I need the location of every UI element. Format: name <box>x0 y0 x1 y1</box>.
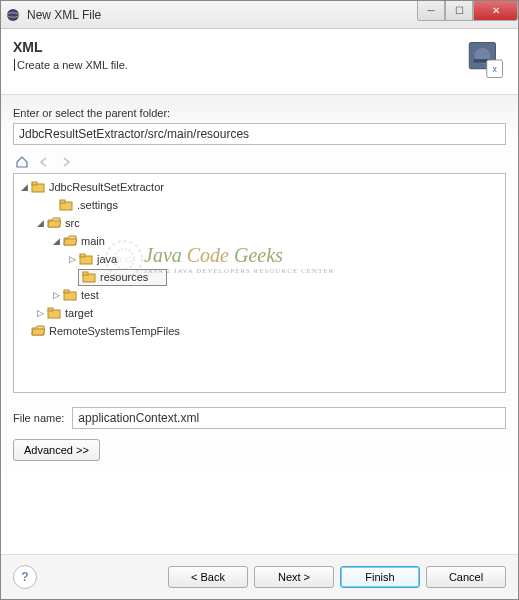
tree-label: JdbcResultSetExtractor <box>49 181 164 193</box>
svg-point-0 <box>7 9 19 21</box>
tree-node-main[interactable]: ◢ main <box>16 232 503 250</box>
back-arrow-icon[interactable] <box>35 153 53 171</box>
tree-label: java <box>97 253 117 265</box>
window-title: New XML File <box>27 8 101 22</box>
tree-label: test <box>81 289 99 301</box>
tree-label: target <box>65 307 93 319</box>
footer-buttons: < Back Next > Finish Cancel <box>168 566 506 588</box>
expand-arrow-icon[interactable]: ◢ <box>34 218 46 228</box>
tree-node-remote[interactable]: ▷ RemoteSystemsTempFiles <box>16 322 503 340</box>
svg-rect-14 <box>83 272 88 275</box>
expand-arrow-icon[interactable]: ▷ <box>34 308 46 318</box>
wizard-description: Create a new XML file. <box>14 59 464 71</box>
expand-arrow-icon[interactable]: ◢ <box>18 182 30 192</box>
next-button[interactable]: Next > <box>254 566 334 588</box>
folder-open-icon <box>30 323 46 339</box>
tree-label: src <box>65 217 80 229</box>
expand-arrow-icon[interactable]: ▷ <box>50 290 62 300</box>
svg-text:x: x <box>492 64 497 74</box>
folder-open-icon <box>46 215 62 231</box>
folder-icon <box>46 305 62 321</box>
wizard-content: Enter or select the parent folder: ◢ Jdb… <box>1 95 518 473</box>
parent-folder-label: Enter or select the parent folder: <box>13 107 506 119</box>
folder-icon <box>62 287 78 303</box>
maximize-button[interactable]: ☐ <box>445 1 473 21</box>
tree-node-target[interactable]: ▷ target <box>16 304 503 322</box>
close-button[interactable]: ✕ <box>473 1 518 21</box>
forward-arrow-icon[interactable] <box>57 153 75 171</box>
parent-folder-input[interactable] <box>13 123 506 145</box>
svg-rect-12 <box>80 254 85 257</box>
finish-button[interactable]: Finish <box>340 566 420 588</box>
wizard-title: XML <box>13 39 464 55</box>
tree-node-settings[interactable]: ▸ .settings <box>16 196 503 214</box>
tree-node-java[interactable]: ▷ java <box>16 250 503 268</box>
selected-node: resources <box>78 269 167 286</box>
help-button[interactable]: ? <box>13 565 37 589</box>
filename-row: File name: <box>13 407 506 429</box>
folder-tree[interactable]: ◢ JdbcResultSetExtractor ▸ .settings ◢ s… <box>13 173 506 393</box>
back-button[interactable]: < Back <box>168 566 248 588</box>
filename-label: File name: <box>13 412 64 424</box>
tree-label: resources <box>100 271 148 283</box>
window-controls: ─ ☐ ✕ <box>417 1 518 21</box>
tree-node-resources[interactable]: ▷ resources <box>16 268 503 286</box>
expand-arrow-icon[interactable]: ◢ <box>50 236 62 246</box>
folder-icon <box>81 269 97 285</box>
cancel-button[interactable]: Cancel <box>426 566 506 588</box>
expand-arrow-icon[interactable]: ▷ <box>66 254 78 264</box>
tree-label: main <box>81 235 105 247</box>
tree-label: .settings <box>77 199 118 211</box>
tree-node-src[interactable]: ◢ src <box>16 214 503 232</box>
svg-rect-10 <box>60 200 65 203</box>
svg-rect-8 <box>32 182 37 185</box>
folder-open-icon <box>62 233 78 249</box>
wizard-header: XML Create a new XML file. x <box>1 29 518 95</box>
tree-node-test[interactable]: ▷ test <box>16 286 503 304</box>
svg-rect-16 <box>64 290 69 293</box>
xml-file-icon: x <box>464 39 506 84</box>
filename-input[interactable] <box>72 407 506 429</box>
home-icon[interactable] <box>13 153 31 171</box>
folder-icon <box>58 197 74 213</box>
window-titlebar: New XML File ─ ☐ ✕ <box>1 1 518 29</box>
eclipse-icon <box>5 7 21 23</box>
minimize-button[interactable]: ─ <box>417 1 445 21</box>
advanced-button[interactable]: Advanced >> <box>13 439 100 461</box>
wizard-footer: ? < Back Next > Finish Cancel <box>1 554 518 599</box>
project-folder-icon <box>30 179 46 195</box>
tree-label: RemoteSystemsTempFiles <box>49 325 180 337</box>
svg-rect-18 <box>48 308 53 311</box>
tree-node-project[interactable]: ◢ JdbcResultSetExtractor <box>16 178 503 196</box>
folder-icon <box>78 251 94 267</box>
tree-toolbar <box>13 151 506 173</box>
